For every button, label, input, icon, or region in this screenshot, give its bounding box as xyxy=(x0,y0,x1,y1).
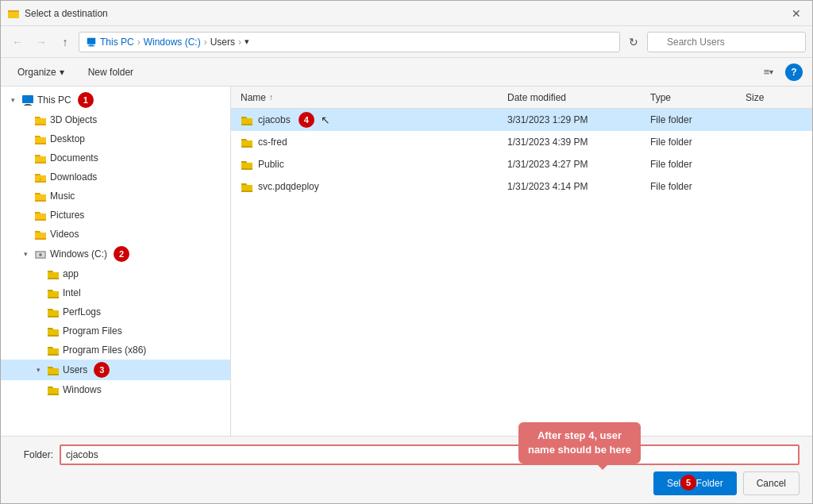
svg-rect-5 xyxy=(22,95,33,103)
svg-rect-14 xyxy=(35,214,46,219)
title-bar-folder-icon xyxy=(7,7,20,20)
col-date-header[interactable]: Date modified xyxy=(504,92,647,103)
file-panel: Name ↑ Date modified Type Size xyxy=(231,87,812,436)
new-folder-button[interactable]: New folder xyxy=(81,63,141,81)
tree-item-music[interactable]: Music xyxy=(1,187,230,206)
tree-item-desktop[interactable]: Desktop xyxy=(1,129,230,148)
breadcrumb-windows-c[interactable]: Windows (C:) xyxy=(144,37,201,48)
svg-rect-30 xyxy=(241,185,252,190)
breadcrumb-dropdown[interactable]: ▾ xyxy=(245,37,249,47)
breadcrumb-this-pc[interactable]: This PC xyxy=(100,37,134,48)
folder-users-icon xyxy=(47,364,60,376)
file-cell-date-svc: 1/31/2023 4:14 PM xyxy=(504,181,647,192)
svg-rect-1 xyxy=(8,10,13,12)
breadcrumb-users: Users xyxy=(210,37,235,48)
tree-item-program-files-x86[interactable]: Program Files (x86) xyxy=(1,340,230,360)
file-row-svc-pdqdeploy[interactable]: svc.pdqdeploy 1/31/2023 4:14 PM File fol… xyxy=(231,175,812,198)
svg-rect-23 xyxy=(48,329,59,335)
tree-item-videos[interactable]: Videos xyxy=(1,225,230,244)
button-row: After step 4, user name should be here 5… xyxy=(13,471,800,495)
nav-bar: ← → ↑ This PC › Windows (C:) › Users › ▾… xyxy=(1,26,812,58)
tree-item-windows-c[interactable]: ▾ Windows (C:) 2 xyxy=(1,244,230,264)
tree-item-this-pc[interactable]: ▾ This PC 1 xyxy=(1,90,230,110)
file-header: Name ↑ Date modified Type Size xyxy=(231,87,812,109)
computer-icon xyxy=(21,94,34,106)
expander-windows-c: ▾ xyxy=(20,248,31,260)
folder-music-icon xyxy=(34,190,47,202)
file-row-cjacobs[interactable]: cjacobs 4 ↖ 3/31/2023 1:29 PM File folde… xyxy=(231,109,812,131)
search-input[interactable] xyxy=(647,32,806,52)
svg-rect-21 xyxy=(48,291,59,297)
col-name-header[interactable]: Name ↑ xyxy=(237,92,504,103)
folder-input[interactable] xyxy=(60,444,800,465)
file-cell-date-public: 1/31/2023 4:27 PM xyxy=(504,159,647,170)
tree-label-perflogs: PerfLogs xyxy=(63,306,101,317)
file-cell-name-cs-fred: cs-fred xyxy=(237,137,504,148)
expander-this-pc: ▾ xyxy=(7,94,18,106)
expander-3d xyxy=(20,114,31,125)
tree-label-windows: Windows xyxy=(63,384,102,395)
title-bar-title: Select a destination xyxy=(25,8,108,19)
folder-desktop-icon xyxy=(34,133,47,145)
tree-label-desktop: Desktop xyxy=(50,133,85,144)
folder-downloads-icon: ↓ xyxy=(34,171,47,183)
tree-item-program-files[interactable]: Program Files xyxy=(1,321,230,340)
tree-item-users[interactable]: ▾ Users 3 xyxy=(1,360,230,380)
badge-4: 4 xyxy=(299,112,314,128)
svg-rect-9 xyxy=(35,137,46,143)
tree-label-app: app xyxy=(63,268,79,279)
tree-label-users: Users xyxy=(63,364,87,375)
svg-text:↓: ↓ xyxy=(40,176,42,181)
col-size-header[interactable]: Size xyxy=(742,92,806,103)
close-button[interactable]: ✕ xyxy=(787,4,806,23)
folder-cs-fred-icon xyxy=(241,137,253,148)
refresh-button[interactable]: ↻ xyxy=(623,32,644,52)
tree-item-pictures[interactable]: Pictures xyxy=(1,206,230,225)
tree-label-downloads: Downloads xyxy=(50,171,97,183)
svg-rect-22 xyxy=(48,310,59,316)
tree-item-perflogs[interactable]: PerfLogs xyxy=(1,302,230,321)
tree-item-3d-objects[interactable]: 3D Objects xyxy=(1,110,230,129)
file-row-public[interactable]: Public 1/31/2023 4:27 PM File folder xyxy=(231,153,812,175)
toolbar-right: ≡ ▾ ? xyxy=(758,62,803,83)
svg-rect-26 xyxy=(48,388,59,394)
file-row-cs-fred[interactable]: cs-fred 1/31/2023 4:39 PM File folder xyxy=(231,131,812,153)
folder-svc-icon xyxy=(241,181,253,192)
tree-item-windows[interactable]: Windows xyxy=(1,380,230,399)
up-button[interactable]: ↑ xyxy=(55,32,75,52)
tree-item-app[interactable]: app xyxy=(1,264,230,283)
view-button[interactable]: ≡ ▾ xyxy=(758,62,779,83)
tree-item-intel[interactable]: Intel xyxy=(1,283,230,302)
svg-rect-27 xyxy=(241,118,252,124)
col-type-header[interactable]: Type xyxy=(647,92,742,103)
svg-rect-28 xyxy=(241,140,252,146)
folder-row: Folder: xyxy=(13,444,800,465)
badge-3: 3 xyxy=(94,362,110,378)
svg-rect-10 xyxy=(35,156,46,162)
file-cell-date-cjacobs: 3/31/2023 1:29 PM xyxy=(504,114,647,125)
tree-label-this-pc: This PC xyxy=(37,94,71,106)
main-area: ▾ This PC 1 3D Objects xyxy=(1,87,812,436)
tree-label-videos: Videos xyxy=(50,229,79,240)
organize-button[interactable]: Organize ▾ xyxy=(10,63,71,81)
folder-app-icon xyxy=(47,267,60,280)
file-cell-type-cjacobs: File folder xyxy=(647,114,742,125)
cancel-button[interactable]: Cancel xyxy=(743,471,800,495)
breadcrumb-pc-icon xyxy=(86,37,97,48)
folder-documents-icon xyxy=(34,152,47,164)
file-cell-date-cs-fred: 1/31/2023 4:39 PM xyxy=(504,137,647,148)
tree-label-documents: Documents xyxy=(50,152,98,164)
tree-item-documents[interactable]: Documents xyxy=(1,148,230,167)
tree-item-downloads[interactable]: ↓ Downloads xyxy=(1,167,230,187)
forward-button[interactable]: → xyxy=(31,32,52,52)
folder-public-icon xyxy=(241,159,253,170)
toolbar: Organize ▾ New folder ≡ ▾ ? xyxy=(1,58,812,87)
svg-rect-20 xyxy=(48,272,59,278)
back-button[interactable]: ← xyxy=(7,32,28,52)
folder-windows-icon xyxy=(47,383,60,396)
help-button[interactable]: ? xyxy=(785,63,803,81)
svg-rect-7 xyxy=(24,105,32,106)
drive-icon xyxy=(34,248,47,260)
file-cell-type-cs-fred: File folder xyxy=(647,137,742,148)
file-cell-type-public: File folder xyxy=(647,159,742,170)
